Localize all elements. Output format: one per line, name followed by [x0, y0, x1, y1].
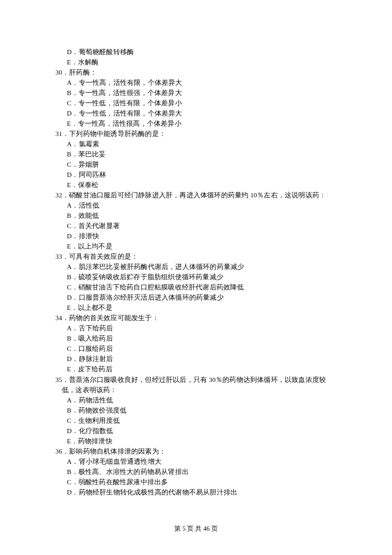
stem-text: 影响药物自机体排泄的因素为：	[69, 448, 166, 455]
question-stem: 30．肝药酶：	[55, 67, 337, 78]
option-text: C．生物利用度低	[55, 416, 337, 426]
question-number: 30．	[55, 69, 69, 76]
stem-text: 可具有首关效应的是：	[69, 253, 138, 260]
question-number: 31．	[55, 130, 69, 137]
page-footer: 第 5 页 共 46 页	[0, 524, 392, 534]
option-text: A．舌下给药后	[55, 323, 337, 333]
option-text: D．口服普萘洛尔经肝灭活后进入体循环的药量减少	[55, 292, 337, 303]
total-pages: 46	[203, 525, 210, 532]
option-text: C．异烟肼	[55, 159, 337, 170]
question-number: 35．	[55, 376, 69, 383]
option-text: B．极性高、水溶性大的药物易从肾排出	[55, 467, 337, 477]
footer-suffix: 页	[210, 525, 218, 532]
footer-middle: 页 共	[186, 525, 203, 532]
option-text: D．专一性低，活性有限，个体差异大	[55, 108, 337, 119]
question-number: 33．	[55, 253, 69, 260]
option-text: B．硫喷妥钠吸收后贮存于脂肪组织使循环药量减少	[55, 272, 337, 282]
stem-text: 药物的首关效应可能发生于：	[69, 314, 159, 321]
option-text: A．活性低	[55, 200, 337, 211]
question-number: 36．	[55, 448, 69, 455]
option-text: E．皮下给药后	[55, 364, 337, 374]
question-number: 34．	[55, 314, 69, 321]
page-number: 5	[182, 525, 186, 532]
option-text: E．专一性高，活性很高，个体差异小	[55, 119, 337, 129]
question-stem: 35．普萘洛尔口服吸收良好，但经过肝以后，只有 30％的药物达到体循环，以致血浓…	[55, 375, 337, 385]
option-text: A．氯霉素	[55, 139, 337, 149]
question-stem: 34．药物的首关效应可能发生于：	[55, 313, 337, 323]
stem-text: 硝酸甘油口服后可经门静脉进入肝，再进入体循环的药量约 10％左右，这说明该药：	[69, 191, 326, 199]
option-text: D．化疗指数低	[55, 426, 337, 436]
question-stem: 33．可具有首关效应的是：	[55, 251, 337, 262]
option-text: E．保泰松	[55, 180, 337, 190]
question-number: 32．	[55, 191, 69, 199]
option-text: B．药物效价强度低	[55, 405, 337, 416]
option-text: C．弱酸性药在酸性尿液中排出多	[55, 477, 337, 487]
option-text: E．以上均不是	[55, 241, 337, 251]
option-text: D．葡萄糖醛酸转移酶	[55, 47, 337, 57]
option-text: B．效能低	[55, 211, 337, 221]
stem-text: 肝药酶：	[69, 69, 97, 76]
stem-text: 下列药物中能诱导肝药酶的是：	[69, 130, 166, 137]
option-text: D．阿司匹林	[55, 170, 337, 180]
option-text: A．肾小球毛细血管通透性增大	[55, 457, 337, 467]
page-container: D．葡萄糖醛酸转移酶 E．水解酶 30．肝药酶： A．专一性高，活性有限，个体差…	[0, 0, 392, 555]
option-text: A．药物活性低	[55, 395, 337, 405]
option-text: B．苯巴比妥	[55, 149, 337, 159]
option-text: E．以上都不是	[55, 303, 337, 313]
content-area: D．葡萄糖醛酸转移酶 E．水解酶 30．肝药酶： A．专一性高，活性有限，个体差…	[55, 47, 337, 497]
option-text: B．专一性高，活性很强，个体差异大	[55, 88, 337, 98]
option-text: E．药物排泄快	[55, 436, 337, 446]
question-stem: 32．硝酸甘油口服后可经门静脉进入肝，再进入体循环的药量约 10％左右，这说明该…	[55, 190, 337, 200]
option-text: C．硝酸甘油舌下给药自口腔粘膜吸收经肝代谢后药效降低	[55, 282, 337, 292]
option-text: D．排泄快	[55, 231, 337, 241]
stem-continuation: 低，这表明该药：	[55, 385, 337, 395]
footer-prefix: 第	[174, 525, 182, 532]
option-text: A．肌注苯巴比妥被肝药酶代谢后，进人体循环的药量减少	[55, 262, 337, 272]
option-text: E．水解酶	[55, 57, 337, 67]
option-text: A．专一性高，活性有限，个体差异大	[55, 78, 337, 88]
option-text: C．专一性低，活性有限，个体差异小	[55, 98, 337, 108]
option-text: D．药物经肝生物转化成极性高的代谢物不易从胆汁排出	[55, 487, 337, 497]
option-text: C．口服给药后	[55, 344, 337, 354]
question-stem: 31．下列药物中能诱导肝药酶的是：	[55, 129, 337, 139]
option-text: C．首关代谢显著	[55, 221, 337, 231]
question-stem: 36．影响药物自机体排泄的因素为：	[55, 446, 337, 457]
option-text: D．静脉注射后	[55, 354, 337, 364]
option-text: B．吸入给药后	[55, 333, 337, 344]
stem-text: 普萘洛尔口服吸收良好，但经过肝以后，只有 30％的药物达到体循环，以致血浓度较	[69, 376, 326, 383]
